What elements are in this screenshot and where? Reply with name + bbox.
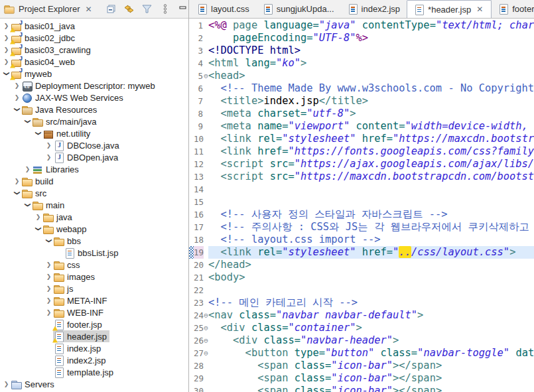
code-line-3[interactable]: 3<!DOCTYPE html>	[189, 44, 534, 57]
fold-collapse-icon[interactable]: ⊖	[204, 322, 208, 334]
line-number[interactable]: 23	[194, 296, 204, 309]
tree-item-target[interactable]: js	[53, 283, 76, 294]
tree-item-target[interactable]: JAX-WS Web Services	[21, 92, 126, 103]
editor-tab-layout-css[interactable]: layout.css	[190, 0, 256, 18]
tree-item-target[interactable]: build	[21, 175, 56, 187]
tree-item-target[interactable]: index.jsp	[53, 342, 103, 354]
tree-item-target[interactable]: Servers	[11, 378, 57, 390]
chevron-collapsed-icon[interactable]: ❯	[44, 142, 53, 149]
code-line-7[interactable]: 7 <title>index.jsp</title>	[189, 95, 534, 107]
code-line-28[interactable]: 28 <span class="icon-bar"></span>	[189, 359, 534, 372]
tree-item-libraries[interactable]: ❯Libraries	[0, 163, 188, 175]
editor-tab-sungjukupda[interactable]: sungjukUpda...	[256, 0, 341, 18]
chevron-collapsed-icon[interactable]: ❯	[34, 214, 42, 220]
code-line-9[interactable]: 9 <meta name="viewport" content="width=d…	[189, 120, 534, 133]
code-line-24[interactable]: 24⊖<nav class="navbar navbar-default">	[189, 309, 534, 322]
line-number[interactable]: 30	[194, 385, 204, 392]
tree-item-target[interactable]: basic03_crawling	[11, 44, 94, 56]
tree-item-dbopen-java[interactable]: ❯DBOpen.java	[0, 151, 188, 163]
chevron-collapsed-icon[interactable]: ❯	[13, 82, 21, 89]
chevron-collapsed-icon[interactable]: ❯	[13, 178, 21, 184]
view-menu-icon[interactable]	[159, 3, 171, 15]
tree-item-target[interactable]: DBClose.java	[53, 139, 122, 151]
line-number[interactable]: 8	[194, 107, 204, 120]
line-number[interactable]: 19	[194, 246, 204, 259]
chevron-collapsed-icon[interactable]: ❯	[2, 58, 11, 65]
tree-item-target[interactable]: bbsList.jsp	[64, 247, 121, 259]
chevron-collapsed-icon[interactable]: ❯	[44, 154, 53, 161]
chevron-collapsed-icon[interactable]: ❯	[44, 285, 53, 292]
tree-item-target[interactable]: myweb	[11, 68, 54, 80]
line-number[interactable]: 10	[194, 133, 204, 145]
code-line-4[interactable]: 4<html lang="ko">	[189, 57, 534, 70]
tree-item-css[interactable]: ❯css	[0, 259, 188, 271]
tree-item-template-jsp[interactable]: template.jsp	[0, 366, 188, 378]
tree-item-main[interactable]: ❯main	[0, 199, 188, 211]
code-line-15[interactable]: 15	[189, 196, 534, 208]
tree-item-target[interactable]: src	[21, 187, 49, 199]
code-line-21[interactable]: 21<body>	[189, 271, 534, 284]
editor-tab-header-jsp[interactable]: *header.jsp✕	[407, 0, 492, 19]
line-number[interactable]: 15	[194, 196, 204, 208]
tree-item-basic01-java[interactable]: ❯basic01_java	[0, 20, 188, 32]
tree-item-target[interactable]: basic02_jdbc	[11, 32, 78, 44]
chevron-collapsed-icon[interactable]: ❯	[13, 94, 21, 101]
tree-item-target[interactable]: index2.jsp	[53, 354, 109, 366]
chevron-collapsed-icon[interactable]: ❯	[2, 46, 11, 53]
code-line-22[interactable]: 22	[189, 284, 534, 296]
tree-item-target[interactable]: Java Resources	[21, 103, 100, 115]
tree-item-net-utility[interactable]: ❯net.utility	[0, 127, 188, 139]
tree-item-target[interactable]: src/main/java	[32, 115, 100, 127]
code-line-12[interactable]: 12 <script src="https://ajax.googleapis.…	[189, 158, 534, 170]
line-number[interactable]: 17	[194, 221, 204, 233]
line-number[interactable]: 12	[194, 158, 204, 170]
tree-item-servers[interactable]: ❯Servers	[0, 378, 188, 390]
line-number[interactable]: 22	[194, 284, 204, 296]
tree-item-meta-inf[interactable]: ❯META-INF	[0, 294, 188, 306]
chevron-collapsed-icon[interactable]: ❯	[44, 261, 53, 268]
code-line-20[interactable]: 20</head>	[189, 259, 534, 271]
line-number[interactable]: 9	[194, 120, 204, 133]
code-line-19[interactable]: 19 <link rel="stylesheet" href="../css/l…	[189, 246, 534, 259]
chevron-collapsed-icon[interactable]: ❯	[44, 309, 53, 316]
line-number[interactable]: 26	[194, 334, 204, 347]
tree-item-target[interactable]: Deployment Descriptor: myweb	[21, 80, 158, 92]
line-number[interactable]: 20	[194, 259, 204, 271]
tree-item-myweb[interactable]: ❯myweb	[0, 68, 188, 80]
tree-item-target[interactable]: footer.jsp	[53, 318, 105, 330]
chevron-collapsed-icon[interactable]: ❯	[2, 34, 11, 41]
code-line-26[interactable]: 26⊖ <div class="navbar-header">	[189, 334, 534, 347]
line-number[interactable]: 2	[194, 32, 204, 44]
tree-item-header-jsp[interactable]: header.jsp	[0, 330, 188, 342]
tree-item-basic03-crawling[interactable]: ❯basic03_crawling	[0, 44, 188, 56]
line-number[interactable]: 11	[194, 145, 204, 158]
line-number[interactable]: 16	[194, 208, 204, 221]
tree-item-webapp[interactable]: ❯webapp	[0, 223, 188, 235]
code-line-14[interactable]: 14	[189, 183, 534, 196]
tree-item-deployment-descriptor-myweb[interactable]: ❯Deployment Descriptor: myweb	[0, 80, 188, 92]
tree-item-target[interactable]: java	[42, 211, 75, 223]
tree-item-target[interactable]: images	[53, 271, 98, 283]
tree-item-target[interactable]: basic04_web	[11, 56, 78, 68]
chevron-expanded-icon[interactable]: ❯	[25, 117, 31, 126]
code-line-16[interactable]: 16 <!-- 사용자 정의 스타일과 자바스크립트 -->	[189, 208, 534, 221]
chevron-expanded-icon[interactable]: ❯	[3, 70, 10, 78]
tree-item-target[interactable]: bbs	[53, 235, 84, 247]
tree-item-target[interactable]: webapp	[42, 223, 90, 235]
tree-item-index2-jsp[interactable]: index2.jsp	[0, 354, 188, 366]
tree-item-web-inf[interactable]: ❯WEB-INF	[0, 306, 188, 318]
tree-item-target[interactable]: net.utility	[42, 127, 93, 139]
fold-collapse-icon[interactable]: ⊖	[204, 347, 208, 359]
code-line-8[interactable]: 8 <meta charset="utf-8">	[189, 107, 534, 120]
close-icon[interactable]: ✕	[475, 5, 484, 14]
project-tree[interactable]: ❯basic01_java❯basic02_jdbc❯basic03_crawl…	[0, 19, 188, 392]
code-line-2[interactable]: 2 pageEncoding="UTF-8"%>	[189, 32, 534, 44]
tree-item-target[interactable]: WEB-INF	[53, 306, 106, 318]
code-line-5[interactable]: 5⊖<head>	[189, 70, 534, 82]
tree-item-target[interactable]: DBOpen.java	[53, 151, 121, 163]
code-line-30[interactable]: 30 <span class="icon-bar"></span>	[189, 385, 534, 392]
tree-item-js[interactable]: ❯js	[0, 283, 188, 294]
line-number[interactable]: 5	[194, 70, 204, 82]
code-line-10[interactable]: 10 <link rel="stylesheet" href="https://…	[189, 133, 534, 145]
chevron-collapsed-icon[interactable]: ❯	[44, 297, 53, 304]
